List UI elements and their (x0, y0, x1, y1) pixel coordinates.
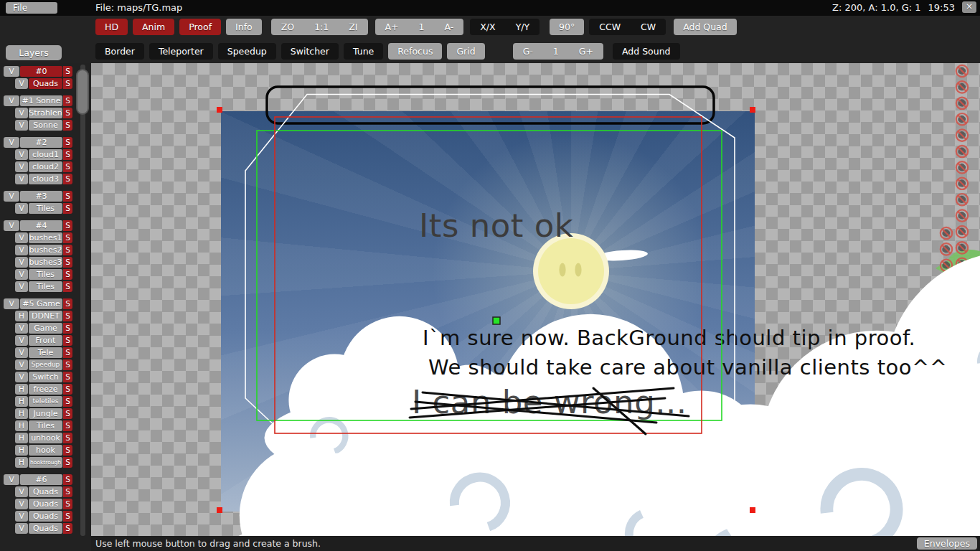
visibility-toggle[interactable]: V (15, 257, 28, 268)
layer-group-label[interactable]: #5 Game (20, 298, 62, 309)
toolbar-grid-value[interactable]: 1 (543, 43, 569, 60)
solo-button[interactable]: S (63, 445, 72, 456)
visibility-toggle[interactable]: H (15, 396, 28, 407)
solo-button[interactable]: S (63, 311, 72, 321)
solo-button[interactable]: S (63, 372, 72, 382)
solo-button[interactable]: S (63, 149, 72, 160)
solo-button[interactable]: S (63, 108, 72, 118)
visibility-toggle[interactable]: V (4, 191, 19, 202)
layers-scrollbar-rail[interactable] (80, 65, 85, 536)
solo-button[interactable]: S (63, 78, 72, 89)
layer-label[interactable]: Game (29, 323, 62, 334)
layer-row[interactable]: HTilesS (4, 420, 72, 431)
visibility-toggle[interactable]: V (15, 149, 28, 160)
solo-button[interactable]: S (63, 269, 72, 280)
toolbar-proof-button[interactable]: Proof (179, 19, 221, 35)
layer-row[interactable]: Vcloud1S (4, 149, 72, 160)
layer-label[interactable]: Sonne (29, 120, 62, 131)
toolbar-tune-button[interactable]: Tune (344, 43, 383, 60)
visibility-toggle[interactable]: H (15, 433, 28, 443)
solo-button[interactable]: S (63, 499, 72, 509)
layer-row[interactable]: VSwitchS (4, 372, 72, 382)
layer-row[interactable]: Vcloud2S (4, 161, 72, 172)
solo-button[interactable]: S (63, 137, 72, 148)
layer-label[interactable]: Front (29, 335, 62, 346)
layer-label[interactable]: hooktrough (29, 457, 62, 468)
close-button[interactable]: × (962, 1, 976, 13)
solo-button[interactable]: S (63, 359, 72, 370)
solo-button[interactable]: S (63, 335, 72, 346)
layer-row[interactable]: HDDNETS (4, 311, 72, 321)
layer-group-row[interactable]: V#1 SonneS (4, 95, 72, 106)
layers-panel-header[interactable]: Layers (6, 45, 62, 60)
solo-button[interactable]: S (63, 174, 72, 184)
layer-row[interactable]: Vbushes2S (4, 245, 72, 255)
visibility-toggle[interactable]: V (4, 298, 19, 309)
layer-row[interactable]: VTilesS (4, 281, 72, 292)
layer-row[interactable]: HfreezeS (4, 384, 72, 395)
solo-button[interactable]: S (63, 457, 72, 468)
layer-row[interactable]: VQuadsS (4, 486, 72, 497)
layer-row[interactable]: VTilesS (4, 269, 72, 280)
solo-button[interactable]: S (63, 66, 72, 77)
layer-label[interactable]: DDNET (29, 311, 62, 321)
visibility-toggle[interactable]: V (4, 95, 19, 106)
toolbar-rotate-cw[interactable]: CW (631, 19, 666, 35)
layer-label[interactable]: unhook (29, 433, 62, 443)
visibility-toggle[interactable]: V (4, 137, 19, 148)
solo-button[interactable]: S (63, 161, 72, 172)
layer-row[interactable]: VSonneS (4, 120, 72, 131)
layer-label[interactable]: hook (29, 445, 62, 456)
visibility-toggle[interactable]: V (4, 66, 19, 77)
toolbar-switcher-button[interactable]: Switcher (281, 43, 339, 60)
layer-group-row[interactable]: V#3S (4, 191, 72, 202)
visibility-toggle[interactable]: V (15, 511, 28, 522)
layer-row[interactable]: VStrahlenS (4, 108, 72, 118)
layer-row[interactable]: VGameS (4, 323, 72, 334)
layer-label[interactable]: bushes2 (29, 245, 62, 255)
layer-group-row[interactable]: V#2S (4, 137, 72, 148)
toolbar-flip-y[interactable]: Y/Y (506, 19, 540, 35)
solo-button[interactable]: S (63, 523, 72, 534)
layer-group-label[interactable]: #3 (20, 191, 62, 202)
solo-button[interactable]: S (63, 191, 72, 202)
layer-row[interactable]: VQuadsS (4, 523, 72, 534)
layer-label[interactable]: cloud2 (29, 161, 62, 172)
layer-row[interactable]: Vbushes3S (4, 257, 72, 268)
layer-row[interactable]: Vbushes1S (4, 232, 72, 243)
visibility-toggle[interactable]: V (15, 232, 28, 243)
toolbar-add-sound-button[interactable]: Add Sound (613, 43, 680, 60)
file-menu-button[interactable]: File (6, 2, 57, 14)
toolbar-refocus-button[interactable]: Refocus (388, 43, 442, 60)
layer-label[interactable]: Tiles (29, 281, 62, 292)
visibility-toggle[interactable]: V (15, 486, 28, 497)
visibility-toggle[interactable]: H (15, 311, 28, 321)
toolbar-hd-button[interactable]: HD (95, 19, 128, 35)
layer-row[interactable]: HteletilesS (4, 396, 72, 407)
visibility-toggle[interactable]: V (15, 174, 28, 184)
visibility-toggle[interactable]: V (15, 347, 28, 358)
layer-label[interactable]: Tele (29, 347, 62, 358)
envelopes-button[interactable]: Envelopes (917, 537, 977, 550)
layer-label[interactable]: Strahlen (29, 108, 62, 118)
toolbar-anim-speed-down[interactable]: A- (434, 19, 463, 35)
solo-button[interactable]: S (63, 245, 72, 255)
visibility-toggle[interactable]: V (15, 203, 28, 214)
toolbar-add-quad-button[interactable]: Add Quad (674, 19, 737, 35)
toolbar-grid-button[interactable]: Grid (447, 43, 484, 60)
visibility-toggle[interactable]: V (15, 499, 28, 509)
solo-button[interactable]: S (63, 433, 72, 443)
visibility-toggle[interactable]: V (15, 245, 28, 255)
toolbar-grid-decrease[interactable]: G- (513, 43, 543, 60)
layer-row[interactable]: HhookS (4, 445, 72, 456)
layer-group-row[interactable]: V#4S (4, 220, 72, 231)
toolbar-rotate-90-button[interactable]: 90° (550, 19, 584, 35)
visibility-toggle[interactable]: V (15, 78, 28, 89)
layer-group-label[interactable]: #4 (20, 220, 62, 231)
visibility-toggle[interactable]: V (15, 108, 28, 118)
layer-label[interactable]: cloud3 (29, 174, 62, 184)
solo-button[interactable]: S (63, 232, 72, 243)
layer-label[interactable]: bushes3 (29, 257, 62, 268)
layer-label[interactable]: Jungle (29, 408, 62, 419)
layer-label[interactable]: bushes1 (29, 232, 62, 243)
